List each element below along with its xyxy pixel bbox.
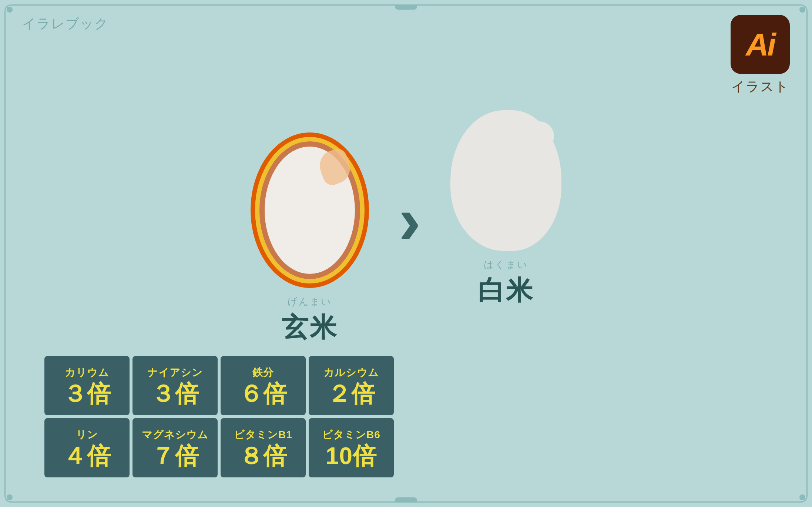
hakumai-section: はくまい 白米 (450, 110, 561, 308)
info-cell-label-2: 鉄分 (252, 366, 274, 380)
hakumai-bump (524, 121, 554, 151)
info-cell-label-6: ビタミンB1 (234, 428, 292, 442)
info-cell-0: カリウム ３倍 (44, 356, 130, 415)
hakumai-grain (450, 110, 561, 251)
greater-symbol: › (399, 187, 421, 254)
info-cell-label-7: ビタミンB6 (322, 428, 380, 442)
info-cell-6: ビタミンB1 ８倍 (221, 418, 306, 477)
info-cell-5: マグネシウム ７倍 (132, 418, 218, 477)
info-grid: カリウム ３倍 ナイアシン ３倍 鉄分 ６倍 カルシウム ２倍 リン ４倍 マグ… (44, 356, 394, 477)
genmai-grain (251, 132, 369, 288)
info-cell-value-0: ３倍 (63, 382, 111, 406)
hakumai-label-small: はくまい (484, 258, 528, 271)
info-cell-label-1: ナイアシン (147, 366, 203, 380)
info-cell-value-6: ８倍 (239, 444, 287, 468)
info-cell-value-5: ７倍 (151, 444, 199, 468)
info-cell-label-4: リン (76, 428, 98, 442)
info-cell-value-1: ３倍 (151, 382, 199, 406)
info-cell-3: カルシウム ２倍 (309, 356, 394, 415)
info-cell-label-3: カルシウム (323, 366, 379, 380)
info-cell-label-5: マグネシウム (142, 428, 208, 442)
info-cell-value-7: 10倍 (326, 444, 377, 468)
info-cell-2: 鉄分 ６倍 (221, 356, 306, 415)
info-cell-value-2: ６倍 (239, 382, 287, 406)
info-cell-label-0: カリウム (65, 366, 109, 380)
hakumai-label-big: 白米 (478, 273, 534, 308)
genmai-label-small: げんまい (288, 295, 332, 308)
info-cell-7: ビタミンB6 10倍 (309, 418, 394, 477)
info-cell-1: ナイアシン ３倍 (132, 356, 218, 415)
info-cell-value-4: ４倍 (63, 444, 111, 468)
info-cell-value-3: ２倍 (327, 382, 375, 406)
genmai-label-big: 玄米 (282, 310, 338, 345)
info-cell-4: リン ４倍 (44, 418, 130, 477)
genmai-section: げんまい 玄米 (251, 132, 369, 345)
